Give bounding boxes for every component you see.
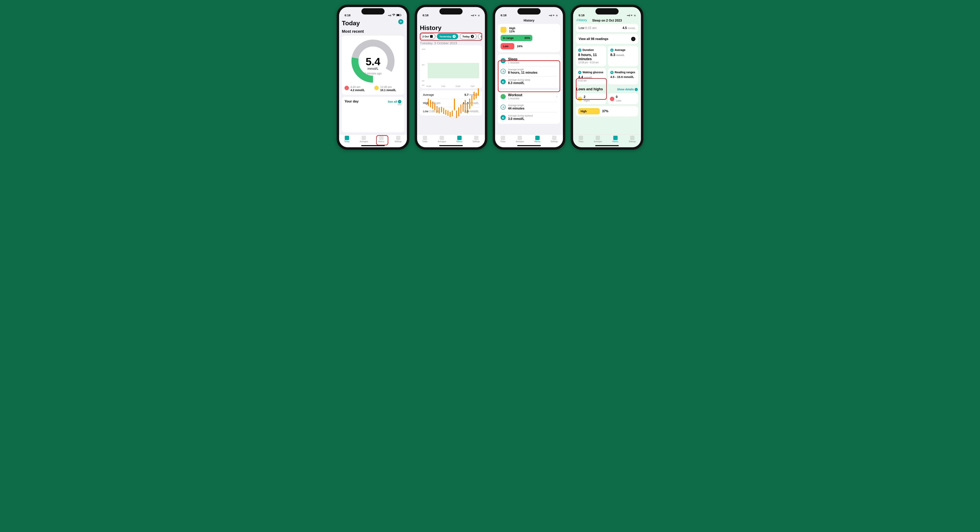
view-all-readings[interactable]: View all 98 readings → <box>576 34 638 44</box>
gear-icon <box>474 136 479 140</box>
glucose-unit: mmol/L <box>368 67 379 71</box>
tab-history[interactable]: History <box>456 136 462 143</box>
tab-settings[interactable]: Settings <box>395 136 402 143</box>
glucose-chart[interactable]: 14.0 9.0 3.8 2.0 12 am 6 am 12 pm 6 pm <box>422 48 480 87</box>
gear-icon <box>396 136 401 140</box>
status-icons: ••ıl ᯤ ▢ <box>549 14 557 17</box>
range-low: Low 24% <box>501 43 557 49</box>
lows-card: ↓ 0Lows <box>608 93 638 104</box>
sleep-header-row[interactable]: 🛏 Sleep1 recorded › <box>501 55 557 66</box>
chart-icon <box>362 136 366 140</box>
ytick-2: 2.0 <box>422 84 424 86</box>
nav-bar: ‹ History Sleep on 2 Oct 2023 <box>573 17 641 24</box>
tab-averages[interactable]: Averages <box>594 136 602 143</box>
ytick-9: 9.0 <box>422 64 424 66</box>
screen-history-chart: 6:18 ••ıl ᯤ ▢ History 2 Oct Yesterday3 T… <box>417 7 485 147</box>
tab-settings[interactable]: Settings <box>473 136 480 143</box>
back-button[interactable]: ‹ History <box>576 18 587 22</box>
chart-date-label: Tuesday, 3 October 2023 <box>420 41 482 45</box>
glucose-ring-card: 5.4 mmol/L 3 minutes ago ↓ 4:40 am 4.2 m… <box>342 36 404 95</box>
pie-icon: ◐ <box>501 115 506 120</box>
calendar-icon <box>613 136 617 140</box>
your-day-title: Your day <box>345 100 358 103</box>
tab-averages[interactable]: Averages <box>438 136 446 143</box>
glucose-timestamp: 3 minutes ago <box>364 72 382 75</box>
see-all-link[interactable]: See all → <box>388 100 401 103</box>
svg-rect-2 <box>401 14 401 16</box>
home-indicator[interactable] <box>439 145 463 146</box>
tab-averages[interactable]: Averages <box>360 136 368 143</box>
highs-card: ↑ 2Highs <box>576 93 606 104</box>
your-day-card[interactable]: Your day See all → 14.0 <box>342 97 404 132</box>
tab-history[interactable]: History <box>534 136 540 143</box>
home-indicator[interactable] <box>517 145 541 146</box>
chart-icon <box>440 136 444 140</box>
chip-2oct[interactable]: 2 Oct <box>420 33 435 40</box>
arrow-right-icon: → <box>398 100 401 103</box>
phone-frame-3: 6:18 ••ıl ᯤ ▢ History High11% In range 6… <box>493 5 565 150</box>
stat-low: Low 1:05 pm 2.4 mmol/L <box>422 107 480 115</box>
lows-highs-header: Lows and highs Show details ⌄ <box>576 87 638 91</box>
notch <box>361 8 385 14</box>
clock-icon: ◔ <box>501 69 506 74</box>
phone-frame-2: 6:18 ••ıl ᯤ ▢ History 2 Oct Yesterday3 T… <box>415 5 487 150</box>
page-title: Today <box>342 20 404 27</box>
status-time: 6:18 <box>423 14 428 17</box>
time-in-range-card: High11% In range 65% Low 24% <box>498 24 560 52</box>
gear-icon <box>630 136 635 140</box>
arrow-right-icon: → <box>631 37 635 41</box>
chevron-left-icon: ‹ <box>576 18 577 22</box>
sun-icon <box>423 136 427 140</box>
chip-custom[interactable]: Custom <box>478 33 482 40</box>
cellular-icon: ••ıl <box>388 14 391 17</box>
ytick-14: 14.0 <box>422 48 425 50</box>
low-reading-row: Low 6:15 am 4.5 mmol/L <box>576 24 638 32</box>
tab-settings[interactable]: Settings <box>551 136 558 143</box>
low-bar: Low <box>501 43 514 49</box>
add-button[interactable]: + <box>398 19 403 24</box>
workout-avg-length: ◔ Average length44 minutes <box>501 102 557 112</box>
tab-today[interactable]: Today <box>344 136 350 143</box>
chip-today[interactable]: Today4 <box>460 33 476 40</box>
tab-history[interactable]: History <box>378 136 384 143</box>
calendar-icon <box>457 136 461 140</box>
tab-today[interactable]: Today <box>578 136 584 143</box>
sun-icon <box>501 136 505 140</box>
sunrise-icon: ☀ <box>578 71 581 74</box>
tab-settings[interactable]: Settings <box>629 136 636 143</box>
tile-waking: ☀Waking glucose 4.4 mmol/L 6:20 am <box>576 68 606 84</box>
chip-yesterday[interactable]: Yesterday3 <box>437 33 458 40</box>
tab-history[interactable]: History <box>612 136 618 143</box>
section-title-most-recent: Most recent <box>342 29 404 34</box>
tab-averages[interactable]: Averages <box>515 136 524 143</box>
nav-title: Sleep on 2 Oct 2023 <box>592 19 622 22</box>
notch <box>595 8 619 14</box>
notch <box>517 8 541 14</box>
status-time: 6:18 <box>501 14 506 17</box>
calendar-icon <box>535 136 539 140</box>
workout-header-row[interactable]: 🏃 Workout1 recorded › <box>501 91 557 102</box>
xtick-6pm: 6 pm <box>471 85 474 87</box>
home-indicator[interactable] <box>361 145 385 146</box>
range-in: In range 65% <box>501 35 532 41</box>
xtick-12am: 12 am <box>426 85 431 87</box>
tile-duration: ◔Duration 8 hours, 11 minutes 10:08 pm -… <box>576 46 606 66</box>
clock-icon: ◔ <box>501 105 506 110</box>
chart-icon <box>596 136 600 140</box>
status-icons: ••ıl <box>388 14 401 17</box>
ytick-3p8: 3.8 <box>422 80 424 82</box>
pie-icon: ◐ <box>501 79 506 84</box>
tab-today[interactable]: Today <box>500 136 506 143</box>
tile-average: ◎Average 8.3 mmol/L <box>608 46 638 66</box>
target-icon: ◎ <box>610 49 614 52</box>
show-details-link[interactable]: Show details ⌄ <box>617 87 638 91</box>
wifi-icon <box>392 14 395 17</box>
tab-today[interactable]: Today <box>422 136 428 143</box>
home-indicator[interactable] <box>595 145 619 146</box>
phone-frame-4: 6:18 ••ıl ᯤ ▢ ‹ History Sleep on 2 Oct 2… <box>571 5 643 150</box>
high-bar-card: High 37% <box>576 106 638 116</box>
sleep-section: 🛏 Sleep1 recorded › ◔ Average length8 ho… <box>498 54 560 88</box>
date-chips[interactable]: 2 Oct Yesterday3 Today4 Custom <box>420 33 482 40</box>
nav-title: History <box>523 19 534 22</box>
glucose-chart-card[interactable]: 14.0 9.0 3.8 2.0 12 am 6 am 12 pm 6 pm <box>420 45 482 88</box>
